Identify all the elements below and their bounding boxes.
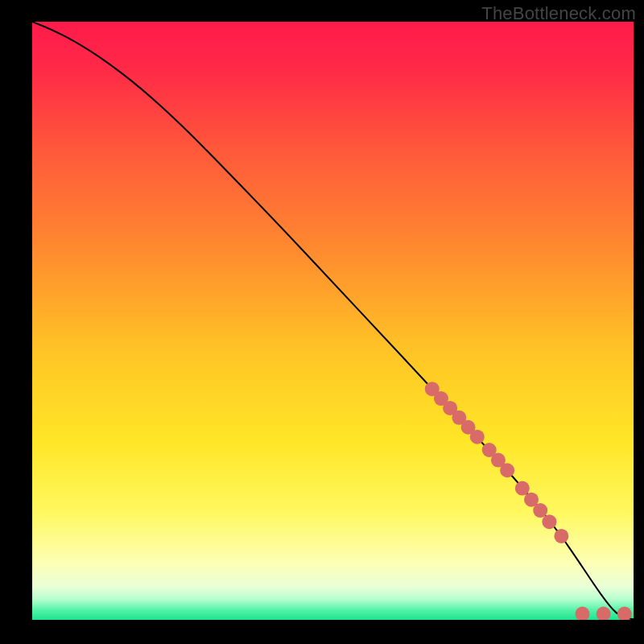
- plot-box: [32, 22, 634, 620]
- data-marker: [533, 503, 547, 518]
- data-marker: [500, 463, 514, 477]
- gradient-background: [32, 22, 634, 620]
- data-marker: [554, 529, 568, 543]
- data-marker: [470, 430, 485, 444]
- chart-stage: TheBottleneck.com: [0, 0, 644, 644]
- watermark-label: TheBottleneck.com: [481, 3, 636, 24]
- data-marker: [515, 481, 530, 496]
- plot-svg: [32, 22, 634, 620]
- data-marker: [542, 514, 556, 529]
